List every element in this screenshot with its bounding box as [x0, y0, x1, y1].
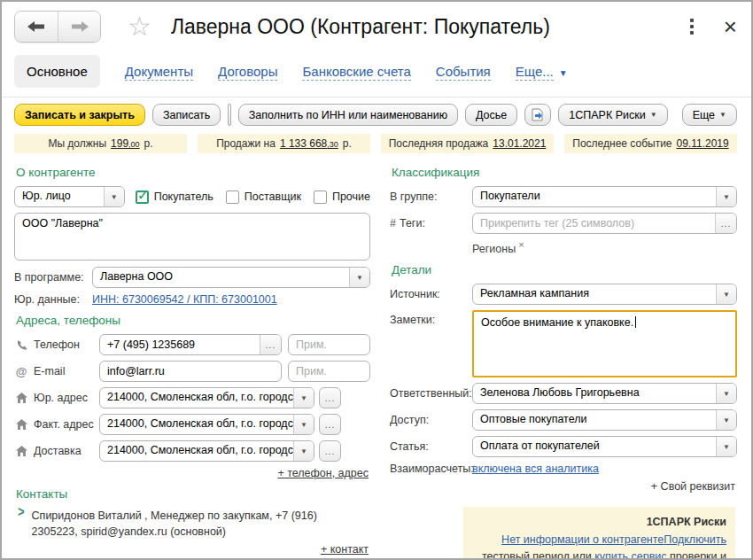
- add-phone-address-link[interactable]: + телефон, адрес: [14, 467, 369, 479]
- dossier-button[interactable]: Досье: [465, 104, 517, 126]
- tab-bank-accounts[interactable]: Банковские счета: [302, 64, 410, 79]
- chevron-right-icon: >: [18, 503, 25, 545]
- create-based-on-button[interactable]: ▼: [229, 105, 230, 125]
- right-column: Классификация В группе: Покупатели ▼ #Те…: [390, 162, 737, 560]
- checkbox-supplier[interactable]: Поставщик: [226, 191, 301, 204]
- phone-note-input[interactable]: [288, 334, 370, 355]
- responsible-select[interactable]: Зеленова Любовь Григорьевна ▼: [472, 383, 737, 404]
- kebab-menu-icon[interactable]: [685, 15, 699, 38]
- back-button[interactable]: [15, 12, 58, 42]
- favorite-star-icon[interactable]: ☆: [128, 13, 151, 40]
- legal-type-select[interactable]: Юр. лицо ▼: [14, 186, 125, 207]
- close-icon[interactable]: ×: [724, 15, 737, 38]
- select-arrow-icon[interactable]: ▼: [293, 388, 314, 408]
- last-sale-box: Последняя продажа 13.01.2021: [381, 134, 554, 153]
- section-addresses-phones: Адреса, телефоны: [16, 314, 370, 327]
- tab-bar: Основное Документы Договоры Банковские с…: [2, 48, 751, 97]
- checkbox-buyer[interactable]: ✓ Покупатель: [136, 191, 213, 204]
- last-event-date-link[interactable]: 09.11.2019: [677, 137, 729, 150]
- save-and-close-button[interactable]: Записать и закрыть: [14, 104, 145, 126]
- notes-textarea[interactable]: Особое внимание к упаковке.: [472, 310, 737, 377]
- tab-more[interactable]: Еще...▼: [516, 64, 568, 79]
- spark-risks-button[interactable]: 1СПАРК Риски ▼: [558, 104, 667, 126]
- phone-input[interactable]: [100, 335, 260, 354]
- official-name-field[interactable]: ООО "Лаверна": [14, 213, 370, 261]
- select-arrow-icon[interactable]: ▼: [716, 384, 736, 403]
- house-icon: [14, 393, 28, 403]
- section-contacts: Контакты: [16, 487, 370, 501]
- legal-address-ellipsis-button[interactable]: ...: [319, 387, 341, 408]
- tags-input[interactable]: [473, 214, 715, 233]
- checkbox-other[interactable]: Прочие: [314, 191, 370, 204]
- access-group-select[interactable]: Оптовые покупатели ▼: [472, 409, 737, 431]
- tab-events[interactable]: События: [436, 64, 491, 79]
- section-classification: Классификация: [392, 166, 737, 179]
- house-icon: [14, 446, 28, 456]
- spark-connect-link[interactable]: Подключить: [664, 533, 726, 546]
- we-owe-amount-link[interactable]: 199,00: [111, 137, 140, 150]
- toolbar-more-button[interactable]: Еще ▼: [682, 104, 737, 126]
- select-arrow-icon[interactable]: ▼: [716, 187, 736, 206]
- settlements-analytics-link[interactable]: включена вся аналитика: [472, 463, 599, 475]
- file-export-button[interactable]: [524, 104, 551, 126]
- delivery-address-select[interactable]: 214000, Смоленская обл, г.о. городской о…: [99, 440, 314, 462]
- section-details: Детали: [392, 263, 737, 276]
- phone-icon: [14, 339, 28, 351]
- select-arrow-icon[interactable]: ▼: [349, 268, 369, 287]
- save-button[interactable]: Записать: [152, 104, 221, 126]
- fill-by-inn-button[interactable]: Заполнить по ИНН или наименованию: [238, 104, 458, 126]
- tags-ellipsis-button[interactable]: ...: [715, 214, 736, 233]
- we-owe-box: Мы должны 199,00 р.: [14, 134, 187, 153]
- section-about-counterparty: О контрагенте: [16, 166, 370, 179]
- spark-buy-service-link[interactable]: купить сервис: [594, 550, 666, 560]
- forward-button[interactable]: [58, 12, 100, 42]
- last-sale-date-link[interactable]: 13.01.2021: [493, 137, 546, 150]
- sales-amount-link[interactable]: 1 133 668,30: [280, 137, 338, 150]
- email-note-input[interactable]: [288, 361, 370, 382]
- form-content: О контрагенте Юр. лицо ▼ ✓ Покупатель По…: [2, 159, 751, 560]
- tag-remove-icon[interactable]: ×: [518, 239, 524, 250]
- last-event-label: Последнее событие: [572, 137, 671, 150]
- group-label: В группе:: [390, 191, 472, 203]
- inn-kpp-link[interactable]: ИНН: 6730069542 / КПП: 673001001: [92, 293, 277, 306]
- tag-label: Регионы: [472, 243, 516, 255]
- we-owe-label: Мы должны: [48, 137, 106, 150]
- actual-address-ellipsis-button[interactable]: ...: [319, 414, 341, 435]
- tab-main[interactable]: Основное: [14, 55, 100, 88]
- add-custom-field-link[interactable]: + Свой реквизит: [390, 480, 735, 493]
- spark-risks-panel: 1СПАРК Риски Нет информации о контрагент…: [463, 507, 735, 560]
- back-arrow-icon: [27, 20, 45, 33]
- source-select[interactable]: Рекламная кампания ▼: [472, 284, 737, 305]
- select-arrow-icon[interactable]: ▼: [293, 441, 314, 461]
- actual-address-select[interactable]: 214000, Смоленская обл, г.о. городской о…: [99, 414, 314, 435]
- checkbox-other-box: [314, 191, 327, 204]
- counterparty-card-window: ☆ Лаверна ООО (Контрагент: Покупатель) ×…: [0, 0, 753, 560]
- cashflow-article-select[interactable]: Оплата от покупателей ▼: [472, 436, 737, 457]
- phone-field-group: ...: [99, 334, 282, 355]
- tab-contracts[interactable]: Договоры: [218, 64, 277, 79]
- dropdown-arrow-icon: ▼: [719, 111, 726, 119]
- contact-list-item[interactable]: > Спиридонов Виталий , Менеджер по закуп…: [18, 508, 370, 540]
- spark-no-info-link[interactable]: Нет информации о контрагенте: [501, 533, 664, 546]
- email-field-group: [99, 361, 282, 382]
- delivery-address-ellipsis-button[interactable]: ...: [319, 440, 341, 462]
- sales-label: Продажи на: [216, 137, 276, 150]
- select-arrow-icon[interactable]: ▼: [716, 284, 736, 304]
- select-arrow-icon[interactable]: ▼: [716, 410, 736, 430]
- contact-person-text[interactable]: Спиридонов Виталий , Менеджер по закупка…: [32, 508, 338, 540]
- navigation-buttons: [14, 11, 101, 43]
- phone-ellipsis-button[interactable]: ...: [260, 335, 281, 354]
- house-icon: [14, 419, 28, 430]
- add-contact-link[interactable]: + контакт: [14, 543, 369, 556]
- working-name-select[interactable]: Лаверна ООО ▼: [92, 267, 370, 288]
- select-arrow-icon[interactable]: ▼: [293, 415, 314, 434]
- email-input[interactable]: [100, 362, 281, 381]
- tab-documents[interactable]: Документы: [125, 64, 193, 79]
- window-header: ☆ Лаверна ООО (Контрагент: Покупатель) ×: [2, 2, 751, 48]
- toolbar: Записать и закрыть Записать ▼ ▼ Заполнит…: [2, 97, 751, 130]
- left-column: О контрагенте Юр. лицо ▼ ✓ Покупатель По…: [14, 162, 370, 560]
- group-select[interactable]: Покупатели ▼: [472, 186, 737, 207]
- select-arrow-icon[interactable]: ▼: [716, 437, 736, 456]
- legal-address-select[interactable]: 214000, Смоленская обл, г.о. городской о…: [99, 387, 314, 408]
- select-arrow-icon[interactable]: ▼: [104, 187, 124, 206]
